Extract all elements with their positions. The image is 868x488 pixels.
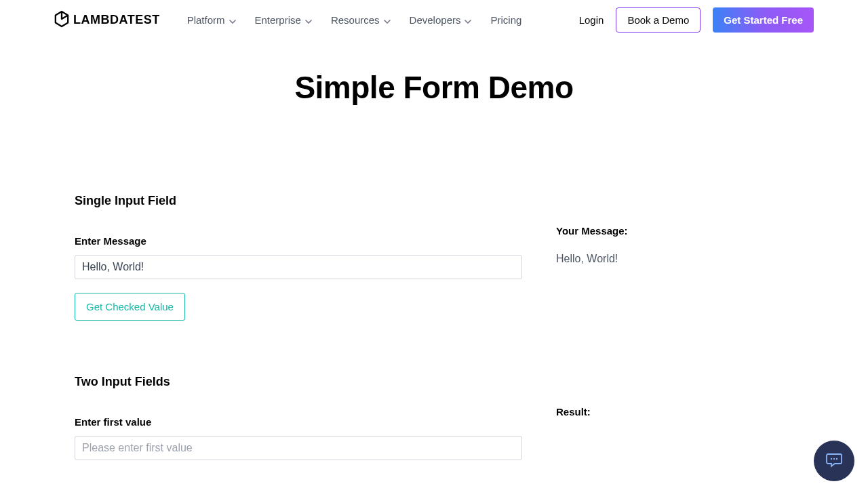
section-left: Single Input Field Enter Message Get Che… xyxy=(75,194,522,321)
svg-point-1 xyxy=(833,458,835,460)
nav-item-enterprise[interactable]: Enterprise xyxy=(255,14,312,26)
navbar: LAMBDATEST Platform Enterprise Resources… xyxy=(0,0,868,35)
result-label: Result: xyxy=(556,406,793,418)
message-label: Enter Message xyxy=(75,235,522,247)
logo-text: LAMBDATEST xyxy=(73,13,160,27)
chevron-down-icon xyxy=(465,14,471,26)
section-single-input: Single Input Field Enter Message Get Che… xyxy=(75,194,793,321)
get-checked-value-button[interactable]: Get Checked Value xyxy=(75,293,185,321)
your-message-value: Hello, World! xyxy=(556,253,793,265)
message-input[interactable] xyxy=(75,255,522,279)
nav-items: Platform Enterprise Resources Developers… xyxy=(187,14,579,26)
nav-label: Developers xyxy=(410,14,461,26)
section-heading: Single Input Field xyxy=(75,194,522,208)
section-two-inputs: Two Input Fields Enter first value Resul… xyxy=(75,375,793,460)
chevron-down-icon xyxy=(384,14,391,26)
section-right: Result: xyxy=(556,375,793,460)
nav-label: Enterprise xyxy=(255,14,301,26)
nav-label: Pricing xyxy=(490,14,521,26)
nav-item-resources[interactable]: Resources xyxy=(331,14,391,26)
get-started-button[interactable]: Get Started Free xyxy=(713,7,814,33)
first-value-input[interactable] xyxy=(75,436,522,460)
section-right: Your Message: Hello, World! xyxy=(556,194,793,321)
nav-item-platform[interactable]: Platform xyxy=(187,14,236,26)
nav-label: Platform xyxy=(187,14,225,26)
first-value-label: Enter first value xyxy=(75,416,522,428)
svg-point-0 xyxy=(831,458,832,460)
nav-right: Login Book a Demo Get Started Free xyxy=(579,7,814,33)
section-heading: Two Input Fields xyxy=(75,375,522,389)
logo-mark-icon xyxy=(54,10,69,30)
main-content: Simple Form Demo Single Input Field Ente… xyxy=(0,35,868,460)
nav-label: Resources xyxy=(331,14,380,26)
logo[interactable]: LAMBDATEST xyxy=(54,10,160,30)
nav-item-developers[interactable]: Developers xyxy=(410,14,472,26)
login-link[interactable]: Login xyxy=(579,14,604,26)
chevron-down-icon xyxy=(305,14,312,26)
page-title: Simple Form Demo xyxy=(75,69,793,106)
chat-icon xyxy=(825,451,843,471)
book-demo-button[interactable]: Book a Demo xyxy=(616,7,701,33)
chevron-down-icon xyxy=(229,14,236,26)
svg-point-2 xyxy=(836,458,837,460)
section-left: Two Input Fields Enter first value xyxy=(75,375,522,460)
nav-item-pricing[interactable]: Pricing xyxy=(490,14,521,26)
chat-button[interactable] xyxy=(814,441,854,481)
your-message-label: Your Message: xyxy=(556,225,793,237)
